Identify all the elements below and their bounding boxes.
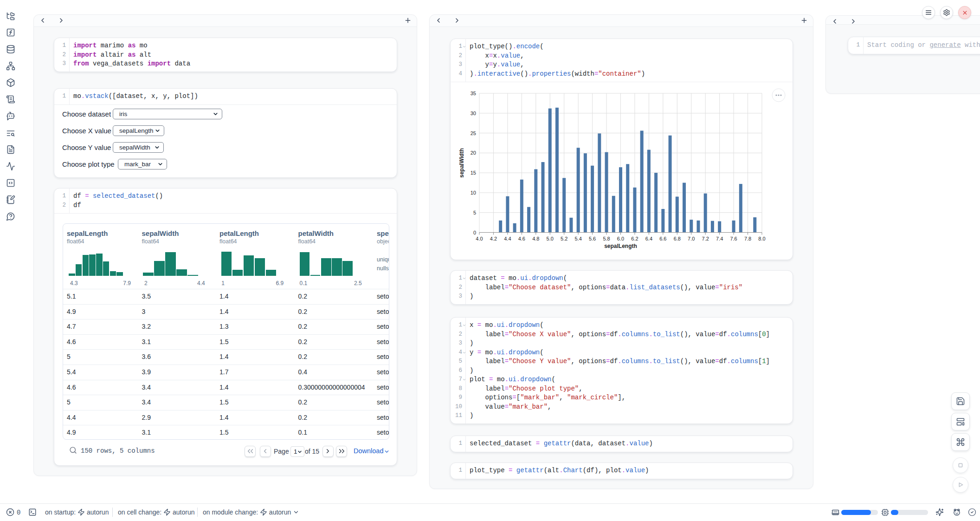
svg-text:10: 10: [471, 190, 476, 195]
svg-text:7.2: 7.2: [702, 236, 709, 241]
svg-text:5.0: 5.0: [547, 236, 554, 241]
svg-text:4.4: 4.4: [504, 236, 511, 241]
svg-text:4.6: 4.6: [518, 236, 525, 241]
svg-text:4.0: 4.0: [476, 236, 483, 241]
svg-text:7.6: 7.6: [730, 236, 737, 241]
svg-text:5: 5: [473, 210, 476, 215]
svg-text:5.4: 5.4: [575, 236, 582, 241]
svg-text:8.0: 8.0: [758, 236, 765, 241]
svg-text:6.8: 6.8: [674, 236, 681, 241]
svg-text:20: 20: [471, 150, 476, 156]
svg-text:5.8: 5.8: [603, 236, 610, 241]
svg-text:5.6: 5.6: [589, 236, 596, 241]
svg-text:7.0: 7.0: [688, 236, 695, 241]
svg-text:6.4: 6.4: [645, 236, 652, 241]
svg-text:25: 25: [471, 130, 476, 136]
svg-text:6.6: 6.6: [659, 236, 666, 241]
svg-text:15: 15: [471, 170, 476, 176]
svg-text:30: 30: [471, 111, 476, 116]
svg-text:7.8: 7.8: [744, 236, 751, 241]
svg-text:5.2: 5.2: [561, 236, 567, 241]
svg-text:sepalWidth: sepalWidth: [458, 148, 465, 178]
svg-text:6.0: 6.0: [617, 236, 624, 241]
svg-text:4.2: 4.2: [490, 236, 497, 241]
svg-text:sepalLength: sepalLength: [604, 243, 637, 249]
svg-text:35: 35: [471, 91, 476, 96]
svg-text:0: 0: [473, 230, 476, 235]
svg-text:4.8: 4.8: [532, 236, 539, 241]
svg-text:6.2: 6.2: [631, 236, 638, 241]
svg-text:7.4: 7.4: [716, 236, 723, 241]
